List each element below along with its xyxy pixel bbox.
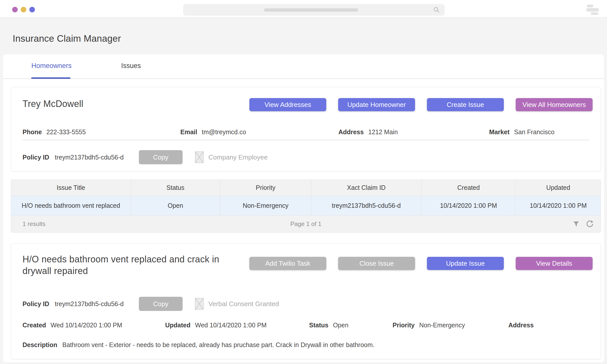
col-updated: Updated bbox=[516, 180, 601, 196]
cell-updated: 10/14/2020 1:00 PM bbox=[516, 196, 601, 215]
col-issue-title: Issue Title bbox=[11, 180, 131, 196]
issue-policy-id-value: treym2137bdh5-cdu56-d bbox=[55, 300, 124, 308]
app-window: Insurance Claim Manager Homeowners Issue… bbox=[0, 0, 607, 364]
cell-status: Open bbox=[131, 196, 220, 215]
address-value: 1212 Main bbox=[368, 128, 398, 136]
update-homeowner-button[interactable]: Update Homeowner bbox=[338, 98, 415, 111]
page-indicator: Page 1 of 1 bbox=[11, 220, 601, 228]
description-row: Description Bathroom vent - Exterior - n… bbox=[23, 340, 374, 350]
homeowner-actions: View Addresses Update Homeowner Create I… bbox=[249, 98, 593, 111]
email-value: tm@treymcd.co bbox=[202, 128, 246, 136]
updated-field: Updated Wed 10/14/2020 1:00 PM bbox=[165, 320, 309, 330]
description-value: Bathroom vent - Exterior - needs to be r… bbox=[62, 341, 375, 349]
created-field: Created Wed 10/14/2020 1:00 PM bbox=[23, 320, 165, 330]
col-created: Created bbox=[422, 180, 516, 196]
copy-policy-id-button[interactable]: Copy bbox=[139, 150, 183, 164]
priority-field: Priority Non-Emergency bbox=[393, 320, 508, 330]
homeowner-card: Trey McDowell View Addresses Update Home… bbox=[11, 87, 601, 171]
issue-actions: Add Twilio Task Close Issue Update Issue… bbox=[249, 257, 593, 270]
priority-label: Priority bbox=[393, 322, 415, 329]
copy-issue-policy-id-button[interactable]: Copy bbox=[139, 297, 183, 311]
tabs-divider bbox=[3, 78, 604, 79]
market-label: Market bbox=[489, 128, 510, 136]
description-label: Description bbox=[23, 341, 57, 349]
issue-policy-id-label: Policy ID bbox=[23, 300, 49, 308]
email-field: Email tm@treymcd.co bbox=[180, 126, 338, 138]
view-addresses-button[interactable]: View Addresses bbox=[249, 98, 326, 111]
window-minimize-button[interactable] bbox=[21, 7, 26, 12]
updated-value: Wed 10/14/2020 1:00 PM bbox=[195, 322, 267, 329]
policy-id-label: Policy ID bbox=[23, 154, 49, 161]
update-issue-button[interactable]: Update Issue bbox=[427, 257, 504, 270]
cell-xact-claim-id: treym2137bdh5-cdu56-d bbox=[311, 196, 422, 215]
issue-address-label: Address bbox=[508, 322, 534, 329]
table-row[interactable]: H/O needs bathroom vent replaced Open No… bbox=[11, 196, 601, 216]
col-xact-claim-id: Xact Claim ID bbox=[311, 180, 422, 196]
view-all-homeowners-button[interactable]: View All Homeowners bbox=[516, 98, 593, 111]
create-issue-button[interactable]: Create Issue bbox=[427, 98, 504, 111]
tab-homeowners[interactable]: Homeowners bbox=[31, 62, 72, 70]
address-label: Address bbox=[338, 128, 364, 136]
priority-value: Non-Emergency bbox=[419, 322, 465, 329]
status-field: Status Open bbox=[309, 320, 393, 330]
market-value: San Francisco bbox=[514, 128, 555, 136]
issues-table-footer: 1 results Page 1 of 1 bbox=[11, 216, 601, 232]
company-employee-checkbox-icon[interactable] bbox=[195, 151, 204, 163]
homeowner-divider bbox=[23, 140, 589, 140]
updated-label: Updated bbox=[165, 322, 190, 329]
view-details-button[interactable]: View Details bbox=[516, 257, 593, 270]
homeowner-fields: Phone 222-333-5555 Email tm@treymcd.co A… bbox=[23, 126, 589, 138]
search-input[interactable] bbox=[183, 4, 445, 16]
main-panel: Homeowners Issues Trey McDowell View Add… bbox=[3, 54, 604, 362]
issues-table-header: Issue Title Status Priority Xact Claim I… bbox=[11, 180, 601, 196]
status-label: Status bbox=[309, 322, 328, 329]
status-value: Open bbox=[333, 322, 348, 329]
add-twilio-task-button[interactable]: Add Twilio Task bbox=[249, 257, 326, 270]
page-title: Insurance Claim Manager bbox=[13, 33, 121, 44]
market-field: Market San Francisco bbox=[489, 126, 589, 138]
search-icon bbox=[433, 6, 440, 13]
verbal-consent-label: Verbal Consent Granted bbox=[208, 300, 279, 308]
phone-label: Phone bbox=[23, 128, 42, 136]
homeowner-name: Trey McDowell bbox=[23, 99, 83, 109]
window-menu-icon[interactable] bbox=[586, 4, 599, 15]
window-close-button[interactable] bbox=[12, 7, 18, 12]
phone-field: Phone 222-333-5555 bbox=[23, 126, 180, 138]
verbal-consent-checkbox-icon[interactable] bbox=[195, 298, 204, 310]
issue-fields: Created Wed 10/14/2020 1:00 PM Updated W… bbox=[23, 320, 589, 330]
issue-address-field: Address bbox=[508, 320, 589, 330]
cell-created: 10/14/2020 1:00 PM bbox=[422, 196, 516, 215]
issue-title: H/O needs bathroom vent replaced and cra… bbox=[23, 254, 235, 277]
window-zoom-button[interactable] bbox=[29, 7, 35, 12]
close-issue-button[interactable]: Close Issue bbox=[338, 257, 415, 270]
policy-id-value: treym2137bdh5-cdu56-d bbox=[55, 154, 124, 161]
created-value: Wed 10/14/2020 1:00 PM bbox=[51, 322, 122, 329]
phone-value: 222-333-5555 bbox=[46, 128, 86, 136]
window-controls bbox=[12, 7, 35, 12]
homeowner-policy-row: Policy ID treym2137bdh5-cdu56-d Copy Com… bbox=[23, 150, 268, 164]
issue-policy-row: Policy ID treym2137bdh5-cdu56-d Copy Ver… bbox=[23, 297, 279, 311]
company-employee-label: Company Employee bbox=[208, 153, 268, 161]
cell-priority: Non-Emergency bbox=[220, 196, 311, 215]
search-placeholder-bar bbox=[264, 8, 358, 12]
col-status: Status bbox=[131, 180, 220, 196]
filter-icon[interactable] bbox=[573, 221, 579, 227]
email-label: Email bbox=[180, 128, 197, 136]
created-label: Created bbox=[23, 322, 46, 329]
cell-issue-title: H/O needs bathroom vent replaced bbox=[11, 196, 131, 215]
issues-table: Issue Title Status Priority Xact Claim I… bbox=[11, 179, 601, 233]
browser-topbar bbox=[0, 0, 607, 18]
col-priority: Priority bbox=[220, 180, 311, 196]
issue-card: H/O needs bathroom vent replaced and cra… bbox=[11, 243, 601, 359]
active-tab-underline bbox=[31, 77, 70, 79]
address-field: Address 1212 Main bbox=[338, 126, 489, 138]
refresh-icon[interactable] bbox=[586, 220, 594, 228]
tab-issues[interactable]: Issues bbox=[121, 62, 141, 70]
